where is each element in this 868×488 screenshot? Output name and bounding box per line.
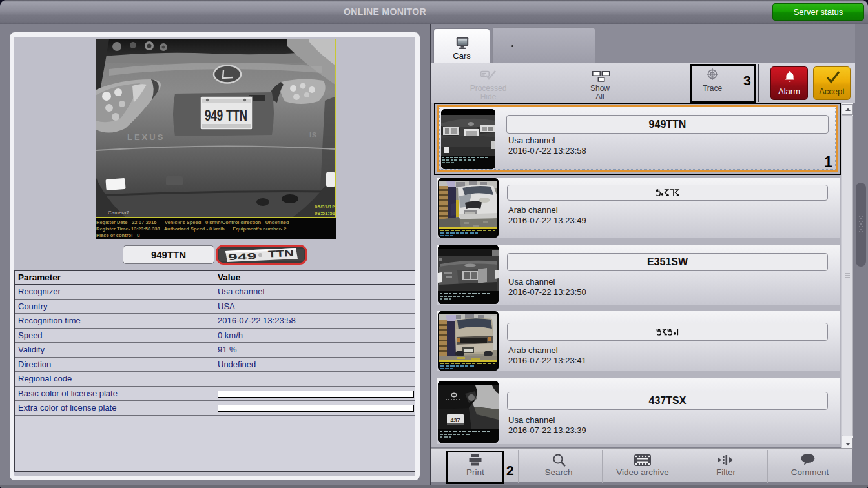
svg-text:437: 437 xyxy=(450,417,460,423)
svg-text:05/31/12: 05/31/12 xyxy=(315,204,335,210)
svg-text:TTN: TTN xyxy=(268,248,294,259)
svg-text:Camera7: Camera7 xyxy=(108,210,129,216)
svg-text:LEXUS: LEXUS xyxy=(127,132,165,142)
svg-text:949: 949 xyxy=(228,250,257,262)
svg-text:IS: IS xyxy=(309,131,317,139)
svg-text:08:51:51: 08:51:51 xyxy=(315,210,335,216)
svg-text:949 TTN: 949 TTN xyxy=(205,107,247,124)
